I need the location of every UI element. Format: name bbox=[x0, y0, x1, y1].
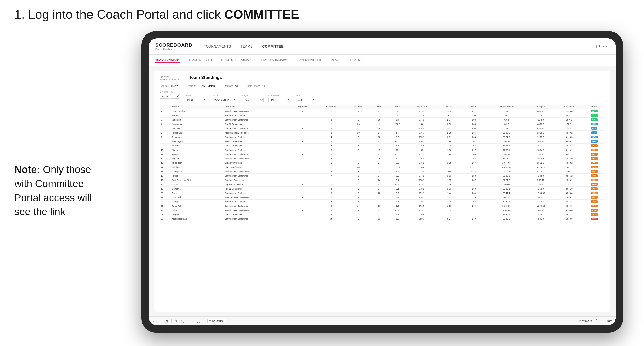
table-cell: – bbox=[288, 144, 316, 148]
table-cell: 279.1 bbox=[406, 191, 437, 195]
sub-nav-team-summary[interactable]: TEAM SUMMARY bbox=[155, 57, 180, 63]
panel-header-row: Update time: 27/03/2024 16:56:26 Team St… bbox=[160, 75, 605, 81]
tablet-frame: SCOREBOARD Powered by clippd TOURNAMENTS… bbox=[142, 31, 623, 333]
toolbar-forward-icon[interactable]: → bbox=[159, 319, 162, 323]
table-cell: 8-14-0 bbox=[526, 187, 555, 191]
table-cell: 22 bbox=[370, 144, 388, 148]
table-cell: Big Ten Conference bbox=[224, 182, 288, 187]
table-cell: 1.28 bbox=[437, 182, 462, 187]
school-select[interactable]: (All) bbox=[295, 98, 316, 102]
sub-nav-team-h2h-grid[interactable]: TEAM H2H GRID bbox=[188, 57, 212, 63]
table-cell: 39-23-1 bbox=[555, 144, 583, 148]
table-cell: -3.5 bbox=[388, 161, 406, 165]
table-row: 14OklahomaBig 12 Conference–2242276.31.8… bbox=[160, 165, 605, 170]
division-select[interactable]: NCAA Division I bbox=[211, 98, 237, 102]
table-cell: 33-25-2 bbox=[526, 131, 555, 135]
toolbar-plus-icon[interactable]: + bbox=[188, 319, 190, 323]
step-instruction: 1. Log into the Coach Portal and click C… bbox=[14, 7, 299, 21]
table-cell: 33-38-4 bbox=[555, 191, 583, 195]
table-cell: 276.9 bbox=[406, 161, 437, 165]
table-row: 21New MexicoMountain West Conference–193… bbox=[160, 195, 605, 199]
table-cell: 8 bbox=[346, 144, 370, 148]
table-cell: Mississippi State bbox=[171, 217, 224, 221]
table-row: 1North CarolinaAtlantic Coast Conference… bbox=[160, 109, 605, 113]
min-rounds-select1[interactable]: 4 bbox=[160, 94, 169, 99]
gender-select[interactable]: Men's bbox=[184, 98, 206, 102]
table-cell: Atlantic Coast Conference bbox=[224, 131, 288, 135]
sub-nav-team-h2h-heatmap[interactable]: TEAM H2H HEATMAP bbox=[220, 57, 251, 63]
toolbar-clock-icon[interactable]: ◯ bbox=[197, 319, 200, 323]
table-cell: 1 bbox=[370, 122, 388, 126]
committee-highlight: COMMITTEE bbox=[224, 7, 299, 21]
region-select[interactable]: N/A bbox=[242, 98, 264, 102]
nav-teams[interactable]: TEAMS bbox=[241, 43, 253, 49]
table-cell: 59-39-1 bbox=[486, 199, 526, 204]
eye-icon: 👁 bbox=[579, 320, 581, 322]
table-row: 7TennesseeSoutheastern Conference–4618-5… bbox=[160, 135, 605, 139]
filters-row: Gender: Men's Division: NCAA Division I … bbox=[160, 84, 605, 87]
table-row: 4Arizona StatePac-12 Conference–1261274.… bbox=[160, 122, 605, 126]
points-badge-cell: 60.71 bbox=[583, 152, 605, 157]
table-cell: Oregon bbox=[171, 212, 224, 217]
table-cell: 30-8 bbox=[555, 122, 583, 126]
table-cell: – bbox=[288, 195, 316, 199]
table-cell: Georgia Tech bbox=[171, 170, 224, 174]
table-cell: 87-21-2 bbox=[486, 178, 526, 182]
table-cell: 277.0 bbox=[406, 152, 437, 157]
table-cell: 19 bbox=[160, 187, 171, 191]
points-badge-cell: 46.31 bbox=[583, 195, 605, 199]
table-row: 16FloridaSoutheastern Conference–7924-2.… bbox=[160, 174, 605, 178]
table-cell: 15-32-2 bbox=[526, 161, 555, 165]
table-cell: 1.41 bbox=[437, 195, 462, 199]
table-cell: 117-4-0 bbox=[526, 113, 555, 118]
sub-nav-player-h2h-heatmap[interactable]: PLAYER H2H HEATMAP bbox=[331, 57, 364, 63]
toolbar-back-icon[interactable]: ← bbox=[152, 319, 156, 323]
table-cell: 100-27-1 bbox=[486, 122, 526, 126]
table-cell: -5.1 bbox=[388, 178, 406, 182]
table-cell: 29-25-2 bbox=[555, 195, 583, 199]
share-button[interactable]: Share bbox=[606, 320, 612, 322]
table-cell: 262 bbox=[462, 139, 486, 144]
table-cell: 14 bbox=[160, 165, 171, 170]
table-cell: -3.8 bbox=[388, 199, 406, 204]
table-cell: 7 bbox=[160, 135, 171, 139]
table-cell: 9 bbox=[346, 195, 370, 199]
table-cell: 9 bbox=[316, 204, 346, 208]
sign-out-link[interactable]: | Sign out bbox=[596, 44, 609, 48]
nav-tournaments[interactable]: TOURNAMENTS bbox=[204, 43, 231, 49]
toolbar-bookmark-icon[interactable]: ◯ bbox=[181, 319, 184, 323]
table-cell: 22 bbox=[160, 199, 171, 204]
min-rounds-select2[interactable]: 30 bbox=[170, 94, 180, 99]
region-ctrl-label: Region bbox=[242, 94, 264, 97]
table-cell: 7 bbox=[316, 174, 346, 178]
toolbar-share-icon[interactable]: ⇧ bbox=[175, 319, 178, 323]
table-cell: New Mexico bbox=[171, 195, 224, 199]
table-cell: 277.5 bbox=[406, 174, 437, 178]
table-cell: 1.44 bbox=[437, 191, 462, 195]
points-badge-cell: 58.71 bbox=[583, 165, 605, 170]
table-cell: 18 bbox=[370, 135, 388, 139]
watch-button[interactable]: 👁 Watch ▼ bbox=[579, 320, 592, 322]
view-original-button[interactable]: View: Original bbox=[207, 319, 226, 323]
toolbar-expand-icon[interactable]: ⛶ bbox=[596, 319, 599, 323]
table-cell: 9 bbox=[346, 174, 370, 178]
table-cell: Atlantic Coast Conference bbox=[224, 170, 288, 174]
sub-nav-player-summary[interactable]: PLAYER SUMMARY bbox=[259, 57, 287, 63]
table-cell: 4 bbox=[316, 187, 346, 191]
table-cell: 1 bbox=[388, 126, 406, 131]
table-cell: 18 bbox=[370, 126, 388, 131]
table-cell: 9 bbox=[346, 212, 370, 217]
col-school: School bbox=[171, 105, 224, 109]
nav-committee[interactable]: COMMITTEE bbox=[262, 43, 284, 49]
points-badge-cell: 46.91 bbox=[583, 191, 605, 195]
sub-nav-player-h2h-grid[interactable]: PLAYER H2H GRID bbox=[296, 57, 322, 63]
update-time-block: Update time: 27/03/2024 16:56:26 bbox=[160, 75, 180, 81]
table-cell: 25 bbox=[160, 212, 171, 217]
table-cell: 11 bbox=[160, 152, 171, 157]
table-cell: 1.98 bbox=[437, 139, 462, 144]
toolbar-reload-icon[interactable]: ↻ bbox=[165, 319, 168, 323]
table-cell: 279.1 bbox=[406, 182, 437, 187]
table-cell: 1.30 bbox=[437, 204, 462, 208]
conference-select[interactable]: (All) bbox=[268, 98, 290, 102]
table-cell: 3 bbox=[316, 126, 346, 131]
